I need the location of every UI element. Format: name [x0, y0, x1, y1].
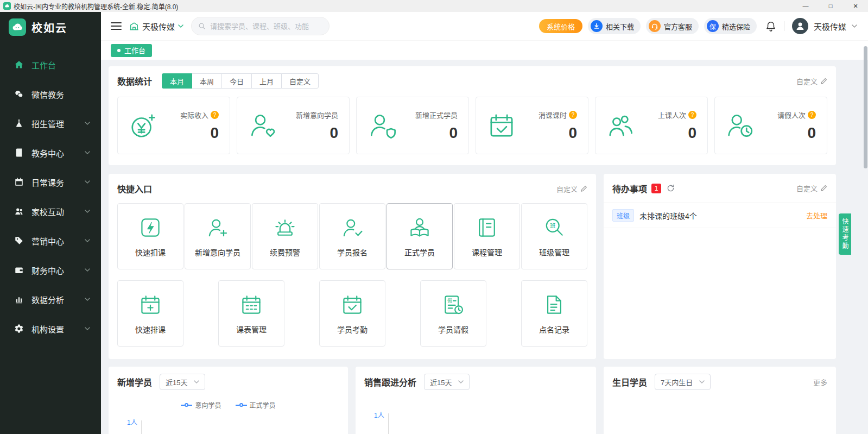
- sidebar-item-finance[interactable]: 财务中心: [0, 255, 101, 285]
- stat-value: 0: [658, 124, 696, 142]
- app-icon: [3, 2, 11, 10]
- avatar[interactable]: [792, 18, 808, 34]
- sidebar-item-enroll[interactable]: 招生管理: [0, 109, 101, 138]
- help-icon[interactable]: ?: [569, 111, 577, 119]
- todo-customize-button[interactable]: 自定义: [796, 183, 827, 193]
- new-students-range-select[interactable]: 近15天: [160, 374, 205, 390]
- todo-action-link[interactable]: 去处理: [806, 210, 827, 221]
- chevron-down-icon: [85, 180, 90, 184]
- fast-schedule-icon: [138, 293, 162, 317]
- range-value: 7天内生日: [661, 377, 693, 387]
- search-input[interactable]: [210, 22, 322, 30]
- quick-entry-label: 课表管理: [236, 324, 267, 335]
- quick-entry-formal-students[interactable]: 正式学员: [387, 203, 453, 269]
- collapse-menu-icon[interactable]: [111, 22, 122, 30]
- chevron-down-icon[interactable]: [852, 24, 857, 28]
- stat-label: 新增意向学员: [296, 110, 338, 120]
- header-action-label: 相关下载: [606, 21, 634, 32]
- stats-filter-button[interactable]: 自定义: [281, 73, 319, 89]
- notification-bell-icon[interactable]: [765, 21, 776, 32]
- sidebar-item-family[interactable]: 家校互动: [0, 197, 101, 226]
- chevron-down-icon: [85, 298, 90, 301]
- tab-workbench[interactable]: 工作台: [111, 44, 152, 57]
- enroll-icon: [14, 118, 24, 128]
- help-icon[interactable]: ?: [808, 111, 816, 119]
- app-logo: 校如云: [0, 12, 101, 42]
- header-action-label: 精选保险: [722, 21, 750, 32]
- stats-filter-button[interactable]: 上月: [251, 73, 282, 89]
- insurance-icon: 保: [707, 20, 719, 32]
- quick-entry-fast-schedule[interactable]: 快速排课: [117, 280, 183, 347]
- maximize-button[interactable]: □: [818, 0, 843, 12]
- sidebar-item-label: 招生管理: [31, 118, 64, 129]
- close-button[interactable]: ✕: [843, 0, 868, 12]
- quick-entry-course-management[interactable]: 课程管理: [454, 203, 520, 269]
- quick-entry-label: 课程管理: [472, 247, 502, 257]
- sidebar-item-label: 营销中心: [31, 235, 64, 247]
- sidebar-item-home[interactable]: 工作台: [0, 50, 101, 79]
- sidebar-item-wechat[interactable]: 微信教务: [0, 79, 101, 109]
- birthday-range-select[interactable]: 7天内生日: [655, 374, 711, 390]
- org-selector[interactable]: 天极传媒: [129, 21, 183, 32]
- quick-entry-student-attendance[interactable]: 学员考勤: [319, 280, 385, 347]
- scrollbar[interactable]: [864, 46, 867, 168]
- sidebar-item-marketing[interactable]: 营销中心: [0, 226, 101, 255]
- stat-value: 0: [777, 124, 816, 142]
- sales-followup-range-select[interactable]: 近15天: [424, 374, 470, 390]
- quick-entry-rollcall-record[interactable]: 点名记录: [521, 280, 587, 347]
- quick-entry-customize-button[interactable]: 自定义: [556, 184, 587, 194]
- y-axis-tick: 1人: [374, 410, 384, 419]
- stat-label: 请假人次: [777, 110, 806, 120]
- todo-item: 班级未排课的班级4个去处理: [604, 203, 836, 228]
- sidebar-item-settings[interactable]: 机构设置: [0, 314, 101, 343]
- sidebar-item-academic[interactable]: 教务中心: [0, 138, 101, 167]
- legend-item[interactable]: 正式学员: [236, 400, 276, 410]
- system-price-button[interactable]: 系统价格: [539, 19, 582, 33]
- chevron-down-icon: [458, 380, 464, 384]
- attendance-count-icon: [606, 111, 636, 140]
- y-axis-line: [142, 420, 142, 434]
- refresh-icon[interactable]: [667, 184, 675, 192]
- legend-label: 意向学员: [195, 400, 221, 410]
- pencil-icon: [820, 78, 827, 85]
- home-icon: [14, 60, 24, 70]
- quick-attendance-tab[interactable]: 快速考勤: [839, 213, 851, 255]
- sidebar-item-label: 日常课务: [31, 177, 64, 188]
- minimize-button[interactable]: —: [793, 0, 818, 12]
- tab-active-dot: [117, 49, 121, 52]
- quick-entry-student-signup[interactable]: 学员报名: [319, 203, 385, 269]
- quick-entry-add-intent-student[interactable]: 新增意向学员: [185, 203, 251, 269]
- calendar-icon: [14, 177, 24, 187]
- stats-section: 数据统计 本月本周今日上月自定义 自定义 实际收入?0新增意向学员0新增正式学员…: [109, 66, 836, 165]
- stats-customize-button[interactable]: 自定义: [796, 76, 827, 86]
- stat-label: 新增正式学员: [415, 110, 458, 120]
- quick-entry-fast-deduct[interactable]: 快速扣课: [117, 203, 183, 269]
- quick-entry-label: 正式学员: [404, 247, 435, 257]
- quick-entry-label: 快速扣课: [135, 247, 166, 257]
- stat-value: 0: [538, 124, 577, 142]
- help-icon[interactable]: ?: [211, 111, 219, 119]
- rollcall-record-icon: [542, 293, 566, 317]
- quick-entry-student-leave[interactable]: 假学员请假: [420, 280, 486, 347]
- stat-card: 消课课时?0: [476, 97, 588, 154]
- stats-filter-button[interactable]: 本周: [192, 73, 222, 89]
- customize-label: 自定义: [556, 184, 578, 194]
- header-action-insurance[interactable]: 保精选保险: [704, 18, 757, 34]
- sidebar-item-analytics[interactable]: 数据分析: [0, 285, 101, 314]
- help-icon[interactable]: ?: [688, 111, 696, 119]
- legend-item[interactable]: 意向学员: [181, 400, 221, 410]
- chevron-down-icon: [85, 151, 90, 155]
- sidebar-item-calendar[interactable]: 日常课务: [0, 167, 101, 197]
- birthday-more-link[interactable]: 更多: [813, 377, 827, 387]
- quick-entry-renewal-alert[interactable]: 续费预警: [252, 203, 318, 269]
- stats-filter-button[interactable]: 今日: [221, 73, 252, 89]
- user-name[interactable]: 天极传媒: [814, 21, 846, 32]
- stats-filter-button[interactable]: 本月: [162, 73, 192, 89]
- stat-value: 0: [180, 124, 219, 142]
- quick-entry-timetable[interactable]: 课表管理: [218, 280, 284, 347]
- quick-entry-class-management[interactable]: 班班级管理: [521, 203, 587, 269]
- window-titlebar: 校如云-国内专业的教培机构管理系统-全新.稳定.简单(8.0) — □ ✕: [0, 0, 868, 12]
- header-action-service[interactable]: 官方客服: [646, 18, 699, 34]
- global-search[interactable]: [191, 17, 330, 35]
- header-action-download[interactable]: 相关下载: [588, 18, 641, 34]
